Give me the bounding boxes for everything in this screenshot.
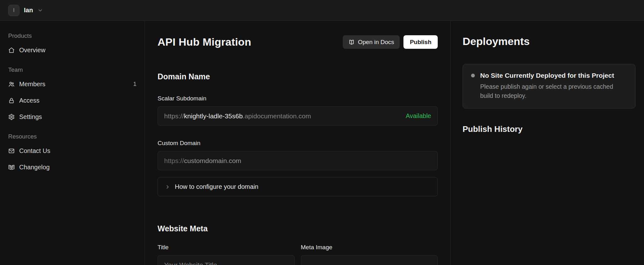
sidebar-item-members[interactable]: Members 1 — [8, 76, 136, 92]
domain-section-heading: Domain Name — [158, 72, 438, 81]
subdomain-value: knightly-ladle-35s6b — [184, 112, 243, 120]
users-icon — [8, 81, 15, 87]
sidebar-header-resources: Resources — [8, 132, 136, 141]
sidebar-section-products: Products Overview — [8, 32, 136, 58]
lock-icon — [8, 97, 15, 104]
deployments-heading: Deployments — [463, 35, 636, 48]
sidebar-section-team: Team Members 1 Access Settings — [8, 66, 136, 125]
sidebar-item-access[interactable]: Access — [8, 92, 136, 109]
workspace-initial: I — [13, 8, 14, 13]
configure-domain-disclosure[interactable]: How to configure your domain — [158, 177, 438, 196]
gear-icon — [8, 114, 15, 120]
chevron-down-icon — [37, 8, 43, 13]
sidebar-item-contact-us[interactable]: Contact Us — [8, 143, 136, 159]
sidebar-item-label: Contact Us — [19, 147, 50, 155]
availability-status: Available — [406, 112, 431, 120]
configure-domain-label: How to configure your domain — [175, 183, 258, 190]
status-dot-icon — [471, 74, 475, 77]
book-open-icon — [348, 39, 355, 45]
deployment-status-row: No Site Currently Deployed for this Proj… — [471, 72, 627, 79]
sidebar-item-settings[interactable]: Settings — [8, 109, 136, 125]
chevron-right-icon — [165, 184, 170, 190]
deployment-status-title: No Site Currently Deployed for this Proj… — [480, 72, 614, 79]
custom-domain-label: Custom Domain — [158, 140, 438, 147]
scalar-subdomain-label: Scalar Subdomain — [158, 95, 438, 102]
workspace-name: Ian — [24, 7, 33, 14]
sidebar-section-resources: Resources Contact Us Changelog — [8, 132, 136, 175]
sidebar-item-label: Members — [19, 81, 45, 88]
sidebar-header-products: Products — [8, 32, 136, 40]
sidebar-item-overview[interactable]: Overview — [8, 42, 136, 58]
sidebar-item-label: Overview — [19, 47, 45, 54]
publish-history-heading: Publish History — [463, 124, 636, 134]
title-field-group: Title — [158, 244, 295, 265]
sidebar-item-label: Changelog — [19, 164, 50, 171]
custom-domain-placeholder-prefix: https:// — [164, 157, 184, 165]
deployment-status-card: No Site Currently Deployed for this Proj… — [463, 64, 636, 109]
title-label: Title — [158, 244, 295, 251]
url-prefix: https:// — [164, 112, 184, 120]
open-in-docs-label: Open in Docs — [358, 39, 394, 46]
sidebar-item-changelog[interactable]: Changelog — [8, 159, 136, 175]
sidebar-item-label: Access — [19, 97, 39, 104]
open-in-docs-button[interactable]: Open in Docs — [343, 35, 400, 49]
meta-section-heading: Website Meta — [158, 224, 438, 233]
deployment-status-body: Please publish again or select a previou… — [480, 82, 627, 101]
sidebar-item-label: Settings — [19, 113, 42, 121]
deployments-panel: Deployments No Site Currently Deployed f… — [450, 21, 644, 265]
scalar-subdomain-input[interactable]: https://knightly-ladle-35s6b.apidocument… — [158, 106, 438, 126]
meta-image-dropzone[interactable] — [301, 255, 438, 265]
subdomain-suffix: .apidocumentation.com — [243, 112, 311, 120]
main-content: API Hub Migration Open in Docs Publish D… — [145, 21, 450, 265]
topbar: I Ian — [0, 0, 644, 21]
meta-image-label: Meta Image — [301, 244, 438, 251]
book-icon — [8, 164, 15, 171]
custom-domain-input[interactable]: https://customdomain.com — [158, 151, 438, 170]
page-header: API Hub Migration Open in Docs Publish — [158, 35, 438, 49]
website-meta-grid: Title Meta Image — [158, 244, 438, 265]
sidebar-header-team: Team — [8, 66, 136, 74]
workspace-switcher[interactable]: I Ian — [8, 5, 43, 16]
members-count-badge: 1 — [133, 81, 136, 87]
workspace-avatar: I — [8, 5, 19, 16]
sidebar: Products Overview Team Members 1 — [0, 21, 145, 265]
mail-icon — [8, 148, 15, 154]
custom-domain-placeholder: customdomain.com — [184, 157, 241, 165]
page-title: API Hub Migration — [158, 36, 251, 48]
meta-image-field-group: Meta Image — [301, 244, 438, 265]
header-actions: Open in Docs Publish — [343, 35, 438, 49]
home-icon — [8, 47, 15, 54]
publish-button[interactable]: Publish — [403, 35, 438, 49]
website-title-input[interactable] — [158, 255, 295, 265]
